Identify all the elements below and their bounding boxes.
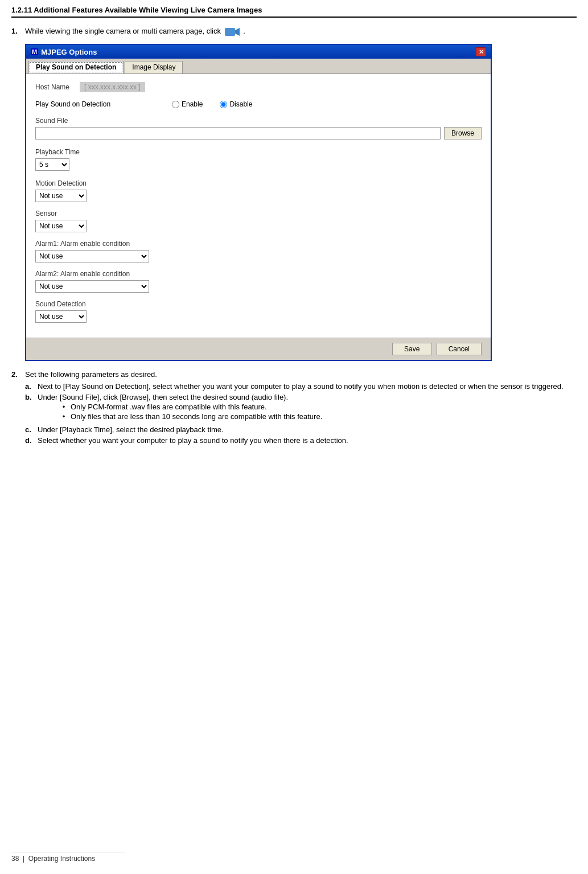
m-logo: M bbox=[31, 48, 38, 55]
sub-step-b-text: Under [Sound File], click [Browse], then… bbox=[38, 393, 288, 401]
step-1-text: While viewing the single camera or multi… bbox=[25, 27, 245, 37]
step-2-text: Set the following parameters as desired. bbox=[25, 370, 157, 379]
mjpeg-options-dialog: M MJPEG Options ✕ Play Sound on Detectio… bbox=[25, 44, 492, 361]
sound-file-input-row: Browse bbox=[35, 127, 482, 139]
playback-time-label: Playback Time bbox=[35, 148, 80, 156]
sub-steps: a. Next to [Play Sound on Detection], se… bbox=[25, 382, 577, 445]
sound-detection-label: Sound Detection bbox=[35, 300, 86, 308]
dialog-tabs: Play Sound on Detection Image Display bbox=[26, 59, 491, 74]
play-sound-radio-group: Enable Disable bbox=[172, 100, 252, 108]
footer-label: Operating Instructions bbox=[28, 855, 95, 863]
sub-step-c-text: Under [Playback Time], select the desire… bbox=[38, 425, 224, 434]
enable-option[interactable]: Enable bbox=[172, 100, 203, 108]
step-2-number: 2. bbox=[11, 370, 22, 379]
disable-radio[interactable] bbox=[220, 101, 227, 108]
dialog-titlebar: M MJPEG Options ✕ bbox=[26, 45, 491, 59]
bullet-list-b: • Only PCM-format .wav files are compati… bbox=[60, 403, 322, 421]
cancel-button[interactable]: Cancel bbox=[437, 343, 482, 355]
hostname-value: [ xxx.xxx.x.xxx.xx ] bbox=[80, 82, 145, 92]
save-button[interactable]: Save bbox=[392, 343, 432, 355]
sub-step-b-content: Under [Sound File], click [Browse], then… bbox=[38, 393, 322, 423]
playback-time-select[interactable]: 5 s 10 s 15 s 20 s bbox=[35, 158, 69, 171]
motion-detection-label: Motion Detection bbox=[35, 179, 87, 187]
sensor-select[interactable]: Not use Use bbox=[35, 220, 87, 232]
enable-radio[interactable] bbox=[172, 101, 179, 108]
tab-image-display[interactable]: Image Display bbox=[125, 61, 183, 73]
alarm2-row: Alarm2: Alarm enable condition Not use U… bbox=[35, 269, 482, 293]
hostname-label: Host Name bbox=[35, 83, 69, 91]
sound-file-row: Sound File Browse bbox=[35, 116, 482, 139]
sensor-label: Sensor bbox=[35, 210, 57, 218]
alarm1-label: Alarm1: Alarm enable condition bbox=[35, 240, 130, 248]
dialog-close-button[interactable]: ✕ bbox=[476, 47, 486, 56]
dialog-body: Host Name [ xxx.xxx.x.xxx.xx ] Play Soun… bbox=[26, 74, 491, 338]
camera-icon bbox=[225, 27, 240, 37]
sensor-row: Sensor Not use Use bbox=[35, 209, 482, 232]
svg-marker-1 bbox=[235, 28, 240, 36]
browse-button[interactable]: Browse bbox=[444, 127, 482, 139]
dialog-title: M MJPEG Options bbox=[31, 48, 97, 56]
step-2-row: 2. Set the following parameters as desir… bbox=[11, 370, 577, 379]
sound-detection-row: Sound Detection Not use Use bbox=[35, 299, 482, 323]
page-footer: 38 | Operating Instructions bbox=[11, 852, 125, 863]
sound-file-input[interactable] bbox=[35, 127, 441, 139]
motion-detection-select[interactable]: Not use Use bbox=[35, 190, 87, 202]
sub-step-d-text: Select whether you want your computer to… bbox=[38, 436, 348, 445]
disable-option[interactable]: Disable bbox=[220, 100, 252, 108]
play-sound-label: Play Sound on Detection bbox=[35, 100, 172, 108]
sound-file-label: Sound File bbox=[35, 117, 68, 125]
sub-step-a-text: Next to [Play Sound on Detection], selec… bbox=[38, 382, 564, 391]
bullet-text-2: Only files that are less than 10 seconds… bbox=[71, 412, 322, 421]
bullet-item-1: • Only PCM-format .wav files are compati… bbox=[60, 403, 322, 411]
sub-step-a-label: a. bbox=[25, 382, 34, 391]
bullet-dot-1: • bbox=[60, 403, 67, 411]
alarm1-select[interactable]: Not use Use bbox=[35, 250, 149, 262]
playback-time-row: Playback Time 5 s 10 s 15 s 20 s bbox=[35, 147, 482, 171]
page-title: 1.2.11 Additional Features Available Whi… bbox=[11, 6, 577, 18]
alarm1-row: Alarm1: Alarm enable condition Not use U… bbox=[35, 239, 482, 262]
sound-detection-select[interactable]: Not use Use bbox=[35, 310, 87, 323]
sub-step-b: b. Under [Sound File], click [Browse], t… bbox=[25, 393, 577, 423]
steps-section: 2. Set the following parameters as desir… bbox=[11, 370, 577, 445]
sub-step-b-label: b. bbox=[25, 393, 34, 401]
step-1-number: 1. bbox=[11, 27, 22, 35]
bullet-item-2: • Only files that are less than 10 secon… bbox=[60, 412, 322, 421]
tab-play-sound-on-detection[interactable]: Play Sound on Detection bbox=[28, 61, 124, 73]
bullet-dot-2: • bbox=[60, 412, 67, 421]
hostname-row: Host Name [ xxx.xxx.x.xxx.xx ] bbox=[35, 82, 482, 92]
motion-detection-row: Motion Detection Not use Use bbox=[35, 179, 482, 202]
bullet-text-1: Only PCM-format .wav files are compatibl… bbox=[71, 403, 267, 411]
sub-step-c-label: c. bbox=[25, 425, 34, 434]
sub-step-c: c. Under [Playback Time], select the des… bbox=[25, 425, 577, 434]
step-1-container: 1. While viewing the single camera or mu… bbox=[11, 27, 577, 37]
play-sound-row: Play Sound on Detection Enable Disable bbox=[35, 100, 482, 108]
footer-page-number: 38 bbox=[11, 855, 19, 863]
alarm2-label: Alarm2: Alarm enable condition bbox=[35, 270, 130, 278]
alarm2-select[interactable]: Not use Use bbox=[35, 280, 149, 293]
sub-step-d: d. Select whether you want your computer… bbox=[25, 436, 577, 445]
svg-rect-0 bbox=[225, 28, 235, 36]
sub-step-a: a. Next to [Play Sound on Detection], se… bbox=[25, 382, 577, 391]
sub-step-d-label: d. bbox=[25, 436, 34, 445]
dialog-footer: Save Cancel bbox=[26, 338, 491, 360]
